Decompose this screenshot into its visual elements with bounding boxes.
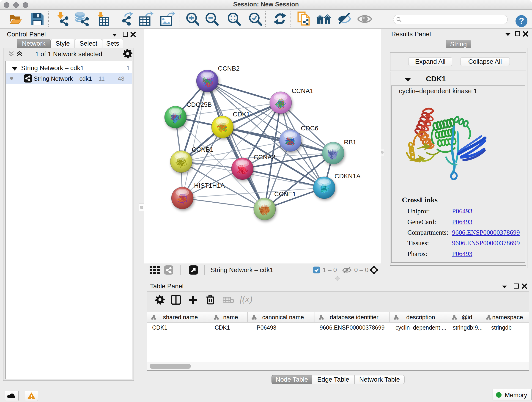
svg-text:CCNE1: CCNE1 — [274, 191, 296, 198]
svg-text:RB1: RB1 — [344, 139, 356, 146]
svg-text:CCNA2: CCNA2 — [254, 153, 275, 161]
svg-text:CDC25B: CDC25B — [186, 101, 212, 108]
svg-text:CDK1: CDK1 — [233, 111, 250, 118]
svg-text:CDKN1A: CDKN1A — [335, 172, 361, 180]
svg-text:CDC6: CDC6 — [301, 125, 318, 132]
svg-text:CCNA1: CCNA1 — [292, 87, 313, 95]
svg-text:CCNB1: CCNB1 — [192, 146, 214, 153]
svg-text:CCNB2: CCNB2 — [218, 65, 240, 72]
svg-text:HIST1H1A: HIST1H1A — [194, 182, 225, 189]
